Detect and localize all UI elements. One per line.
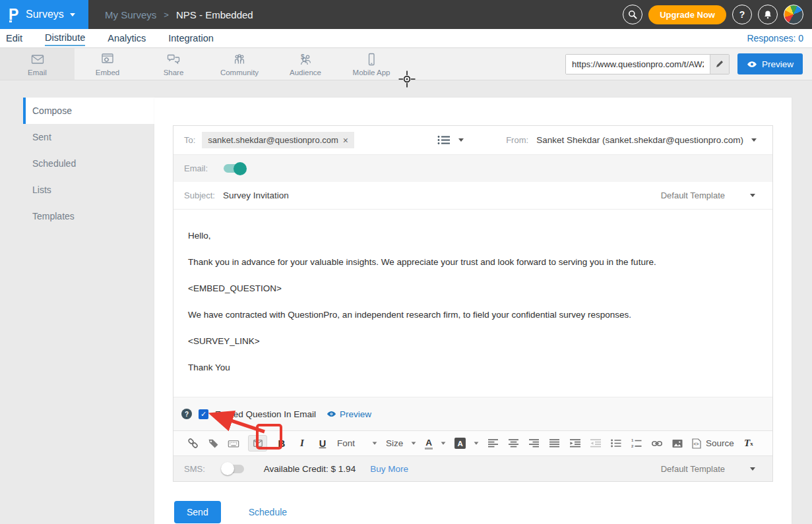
outdent-icon[interactable] bbox=[590, 435, 602, 452]
subject-input[interactable]: Survey Invitation bbox=[223, 190, 289, 200]
buy-more-link[interactable]: Buy More bbox=[370, 464, 408, 474]
body-paragraph: Thank you in advance for your valuable i… bbox=[188, 256, 758, 268]
tag-icon[interactable] bbox=[207, 435, 219, 452]
audience-icon: $ bbox=[297, 51, 313, 67]
tab-edit[interactable]: Edit bbox=[6, 32, 22, 45]
main-content: Compose Sent Scheduled Lists Templates T… bbox=[0, 80, 812, 524]
bullet-list-icon[interactable] bbox=[610, 435, 622, 452]
avatar[interactable] bbox=[784, 5, 803, 24]
remove-recipient-icon[interactable]: × bbox=[343, 136, 348, 145]
available-credit: Available Credit: $ 1.94 bbox=[264, 464, 356, 474]
chevron-down-icon bbox=[412, 442, 416, 444]
email-body-editor[interactable]: Hello, Thank you in advance for your val… bbox=[173, 210, 772, 397]
search-button[interactable] bbox=[623, 5, 642, 24]
channel-tab-embed[interactable]: Embed bbox=[75, 48, 141, 80]
source-button[interactable]: <> Source bbox=[692, 438, 734, 449]
body-paragraph: Hello, bbox=[188, 229, 758, 242]
bg-color-button[interactable]: A bbox=[454, 438, 479, 449]
channel-tab-email[interactable]: Email bbox=[0, 48, 75, 80]
eye-icon bbox=[747, 61, 757, 68]
schedule-link[interactable]: Schedule bbox=[249, 507, 287, 517]
chevron-down-icon bbox=[750, 467, 755, 471]
numbered-list-icon[interactable]: 12 bbox=[631, 435, 642, 452]
channel-tab-audience[interactable]: $ Audience bbox=[272, 48, 338, 80]
search-icon bbox=[627, 9, 638, 20]
sms-label: SMS: bbox=[184, 464, 205, 474]
breadcrumb-separator: > bbox=[164, 10, 169, 20]
from-selector[interactable]: From: Sanket Shekdar (sanket.shekdar@que… bbox=[506, 135, 757, 145]
email-toggle[interactable] bbox=[224, 164, 245, 173]
edit-pencil-icon bbox=[715, 59, 724, 69]
source-icon: <> bbox=[692, 438, 701, 449]
mobile-app-icon bbox=[363, 51, 379, 67]
tab-distribute[interactable]: Distribute bbox=[45, 31, 85, 46]
underline-icon[interactable]: U bbox=[317, 435, 328, 452]
questionpro-app: P Surveys My Surveys > NPS - Embedded Up… bbox=[0, 0, 812, 524]
tab-analytics[interactable]: Analytics bbox=[108, 32, 146, 45]
sms-toggle[interactable] bbox=[222, 465, 244, 473]
sidebar-item-sent[interactable]: Sent bbox=[23, 124, 154, 150]
align-center-icon[interactable] bbox=[508, 435, 520, 452]
preview-button[interactable]: Preview bbox=[737, 53, 803, 74]
indent-icon[interactable] bbox=[569, 435, 581, 452]
body-paragraph: Thank You bbox=[188, 361, 758, 374]
subject-row: Subject: Survey Invitation Default Templ… bbox=[173, 182, 772, 210]
keyboard-icon[interactable] bbox=[228, 435, 239, 452]
upgrade-now-button[interactable]: Upgrade Now bbox=[648, 5, 726, 24]
chevron-down-icon bbox=[751, 138, 757, 142]
image-icon[interactable] bbox=[671, 435, 683, 452]
send-actions: Send Schedule bbox=[173, 501, 773, 523]
sidebar-item-scheduled[interactable]: Scheduled bbox=[23, 150, 154, 177]
body-paragraph: We have contracted with QuestionPro, an … bbox=[188, 308, 758, 321]
survey-url-group: Preview bbox=[565, 48, 812, 80]
hyperlink-icon[interactable] bbox=[651, 435, 663, 452]
svg-text:<>: <> bbox=[694, 442, 699, 446]
questionpro-logo-icon: P bbox=[9, 6, 20, 23]
sidebar-item-templates[interactable]: Templates bbox=[23, 203, 154, 229]
recipient-list-selector[interactable] bbox=[437, 135, 464, 145]
breadcrumb-parent[interactable]: My Surveys bbox=[105, 9, 156, 20]
help-filled-icon[interactable]: ? bbox=[181, 409, 192, 419]
embed-question-checkbox[interactable]: ✓ bbox=[199, 409, 208, 419]
bold-icon[interactable]: B bbox=[276, 435, 288, 452]
sidebar-item-lists[interactable]: Lists bbox=[23, 177, 154, 203]
align-right-icon[interactable] bbox=[528, 435, 540, 452]
responses-count[interactable]: Responses: 0 bbox=[747, 33, 803, 44]
send-button[interactable]: Send bbox=[174, 501, 221, 523]
tab-integration[interactable]: Integration bbox=[168, 32, 214, 45]
help-button[interactable]: ? bbox=[732, 5, 752, 24]
align-left-icon[interactable] bbox=[487, 435, 499, 452]
embed-question-row: ? ✓ Embed Question In Email Preview bbox=[173, 397, 772, 430]
font-dropdown[interactable]: Font bbox=[337, 438, 377, 448]
text-color-button[interactable]: A bbox=[425, 438, 446, 450]
size-dropdown[interactable]: Size bbox=[386, 438, 416, 448]
svg-text:1: 1 bbox=[631, 439, 634, 442]
email-sidebar: Compose Sent Scheduled Lists Templates bbox=[0, 80, 154, 524]
community-icon bbox=[232, 51, 247, 67]
edit-url-button[interactable] bbox=[710, 55, 729, 74]
embed-preview-link[interactable]: Preview bbox=[327, 409, 371, 419]
chevron-down-icon bbox=[474, 442, 479, 444]
sidebar-item-compose[interactable]: Compose bbox=[23, 98, 154, 124]
channel-tab-mobile-app[interactable]: Mobile App bbox=[338, 48, 404, 80]
template-value: Default Template bbox=[661, 464, 725, 474]
link-icon[interactable] bbox=[187, 435, 199, 452]
recipient-chip[interactable]: sanket.shekdar@questionpro.com × bbox=[202, 132, 354, 148]
channel-tab-share[interactable]: Share bbox=[141, 48, 206, 80]
mail-merge-button[interactable] bbox=[248, 435, 267, 451]
to-label: To: bbox=[184, 135, 195, 145]
sms-template-selector[interactable]: Default Template bbox=[661, 464, 755, 474]
recipient-email: sanket.shekdar@questionpro.com bbox=[208, 135, 338, 145]
notifications-button[interactable] bbox=[758, 5, 778, 24]
justify-icon[interactable] bbox=[549, 435, 561, 452]
survey-url-input[interactable] bbox=[566, 55, 710, 74]
distribute-channel-bar: Email Embed Share Community $ Audience M… bbox=[0, 48, 812, 80]
italic-icon[interactable]: I bbox=[296, 435, 308, 452]
remove-format-icon[interactable]: Tx bbox=[743, 435, 755, 452]
bg-color-icon: A bbox=[454, 438, 466, 449]
product-switcher[interactable]: P Surveys bbox=[0, 0, 88, 29]
chevron-down-icon bbox=[373, 442, 377, 444]
channel-tab-community[interactable]: Community bbox=[206, 48, 272, 80]
body-paragraph: <EMBED_QUESTION> bbox=[188, 282, 758, 295]
email-template-selector[interactable]: Default Template bbox=[661, 190, 755, 200]
